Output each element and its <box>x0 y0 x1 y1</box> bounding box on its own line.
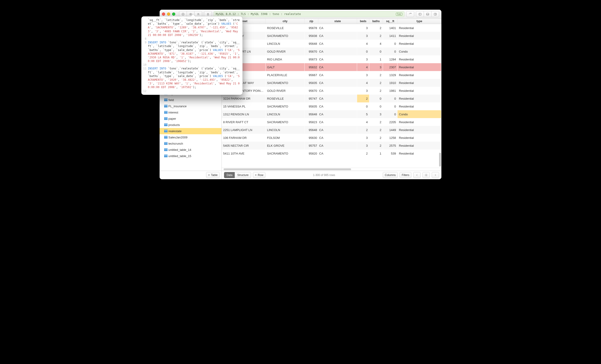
cell[interactable]: 95670 <box>304 48 318 55</box>
gear-icon[interactable] <box>422 172 430 178</box>
cell[interactable]: 95823 <box>304 118 318 126</box>
cell[interactable]: 0 <box>357 48 369 55</box>
sidebar-item-techcrunch[interactable]: techcrunch <box>160 141 221 147</box>
cell[interactable]: 1 <box>369 150 383 157</box>
cell[interactable]: 1329 <box>383 71 398 79</box>
cell[interactable]: 4 <box>357 118 369 126</box>
cell[interactable]: Residential <box>398 118 441 126</box>
cell[interactable]: CA <box>318 142 357 150</box>
cell[interactable]: 539 <box>383 150 398 157</box>
cell[interactable]: CA <box>318 71 357 79</box>
cell[interactable]: 95747 <box>304 95 318 102</box>
cell[interactable]: GOLD RIVER <box>266 48 305 55</box>
cell[interactable]: FOLSOM <box>266 134 305 142</box>
cell[interactable]: Residential <box>398 32 441 40</box>
cell[interactable]: Condo <box>398 110 441 118</box>
sidebar-item-realestate[interactable]: realestate <box>160 128 221 134</box>
table-row[interactable]: …TRIO LINDA95673CA311284Residential <box>222 55 441 63</box>
filters-button[interactable]: Filters <box>400 172 411 178</box>
columns-button[interactable]: Columns <box>383 172 398 178</box>
table-row[interactable]: …EY LNLINCOLN95648CA440Residential <box>222 40 441 48</box>
cell[interactable]: RIO LINDA <box>266 55 305 63</box>
table-row[interactable]: …I SPIKE WAYSACRAMENTO95838CA321411Resid… <box>222 32 441 40</box>
cell[interactable]: CA <box>318 150 357 157</box>
page-next-button[interactable] <box>432 172 439 178</box>
cell[interactable]: Residential <box>398 79 441 87</box>
cell[interactable]: 3 <box>357 55 369 63</box>
cell[interactable]: 1284 <box>383 55 398 63</box>
cell[interactable]: LINCOLN <box>266 126 305 134</box>
cell[interactable]: 3 <box>369 63 383 71</box>
cell[interactable]: 0 <box>383 95 398 102</box>
cell[interactable]: 95630 <box>304 134 318 142</box>
cell[interactable]: 5 <box>357 110 369 118</box>
scrollbar-thumb[interactable] <box>224 168 351 170</box>
sidebar-item-SalesJan2009[interactable]: SalesJan2009 <box>160 134 221 141</box>
cell[interactable]: 3 <box>357 32 369 40</box>
data-tab[interactable]: Data <box>224 172 235 178</box>
cell[interactable]: LINCOLN <box>266 40 305 48</box>
cell[interactable]: Residential <box>398 134 441 142</box>
sidebar-left-icon[interactable] <box>416 11 424 17</box>
cell[interactable]: 8 RIVER RAFT CT <box>222 118 266 126</box>
cell[interactable]: 95648 <box>304 126 318 134</box>
table-row[interactable]: 1312 RENISON LNLINCOLN95648CA530Condo <box>222 110 441 118</box>
cell[interactable]: CA <box>318 126 357 134</box>
table-row[interactable]: 2015 PROMONTORY POINT LNGOLD RIVER95670C… <box>222 87 441 95</box>
cell[interactable]: 2 <box>357 126 369 134</box>
cell[interactable]: CA <box>318 48 357 55</box>
sidebar-item-field[interactable]: field <box>160 97 221 103</box>
column-header-type[interactable]: type <box>398 19 441 24</box>
sidebar-item-untitled_table_15[interactable]: untitled_table_15 <box>160 153 221 159</box>
cell[interactable]: CA <box>318 110 357 118</box>
cell[interactable]: Residential <box>398 24 441 32</box>
cell[interactable]: 95667 <box>304 71 318 79</box>
cell[interactable]: 0 <box>369 48 383 55</box>
cell[interactable]: 3 <box>357 24 369 32</box>
cell[interactable]: 2205 <box>383 118 398 126</box>
cell[interactable]: 2 <box>369 142 383 150</box>
cell[interactable]: 95835 <box>304 102 318 110</box>
cell[interactable]: 95835 <box>304 79 318 87</box>
table-row[interactable]: 5651 OVERLEAF WAYSACRAMENTO95835CA421910… <box>222 79 441 87</box>
structure-tab[interactable]: Structure <box>235 172 251 178</box>
cell[interactable]: 95648 <box>304 40 318 48</box>
table-row[interactable]: …FORD COURT LNGOLD RIVER95670CA000Condo <box>222 48 441 55</box>
cell[interactable]: 4 <box>357 79 369 87</box>
sidebar-item-interest[interactable]: interest <box>160 109 221 115</box>
column-header-zip[interactable]: zip <box>304 19 318 24</box>
column-header-sqft[interactable]: sq__ft <box>383 19 398 24</box>
cell[interactable]: GOLD RIVER <box>266 87 305 95</box>
cell[interactable]: GALT <box>266 63 305 71</box>
cell[interactable]: CA <box>318 55 357 63</box>
column-header-beds[interactable]: beds <box>357 19 369 24</box>
cell[interactable]: 2 <box>369 134 383 142</box>
cell[interactable]: 2 <box>369 87 383 95</box>
cell[interactable]: 2 <box>369 79 383 87</box>
add-table-button[interactable]: + Table <box>206 172 220 178</box>
cell[interactable]: 106 FARHAM DR <box>222 134 266 142</box>
cell[interactable]: 95648 <box>304 110 318 118</box>
cell[interactable]: LINCOLN <box>266 110 305 118</box>
cell[interactable]: 95678 <box>304 24 318 32</box>
cell[interactable]: CA <box>318 95 357 102</box>
connection-pill[interactable]: MySQL 8.0.12 : TLS : MySQL 3308 : tono :… <box>214 11 404 17</box>
cell[interactable]: 1312 RENISON LN <box>222 110 266 118</box>
cell[interactable]: 3 <box>357 87 369 95</box>
column-header-baths[interactable]: baths <box>369 19 383 24</box>
cell[interactable]: 95673 <box>304 55 318 63</box>
cell[interactable]: 95820 <box>304 150 318 157</box>
cell[interactable]: CA <box>318 134 357 142</box>
cell[interactable]: 1981 <box>383 87 398 95</box>
horizontal-scrollbar[interactable] <box>222 168 441 171</box>
cell[interactable]: 0 <box>369 95 383 102</box>
cell[interactable]: 0 <box>383 102 398 110</box>
minimize-window-button[interactable] <box>167 12 170 16</box>
page-prev-button[interactable] <box>413 172 421 178</box>
cell[interactable]: 3 <box>357 142 369 150</box>
cell[interactable]: 95838 <box>304 32 318 40</box>
vertical-scrollbar[interactable] <box>439 28 441 171</box>
cell[interactable]: Condo <box>398 48 441 55</box>
panel-bottom-icon[interactable] <box>424 11 431 17</box>
sidebar-item-products[interactable]: products <box>160 122 221 128</box>
